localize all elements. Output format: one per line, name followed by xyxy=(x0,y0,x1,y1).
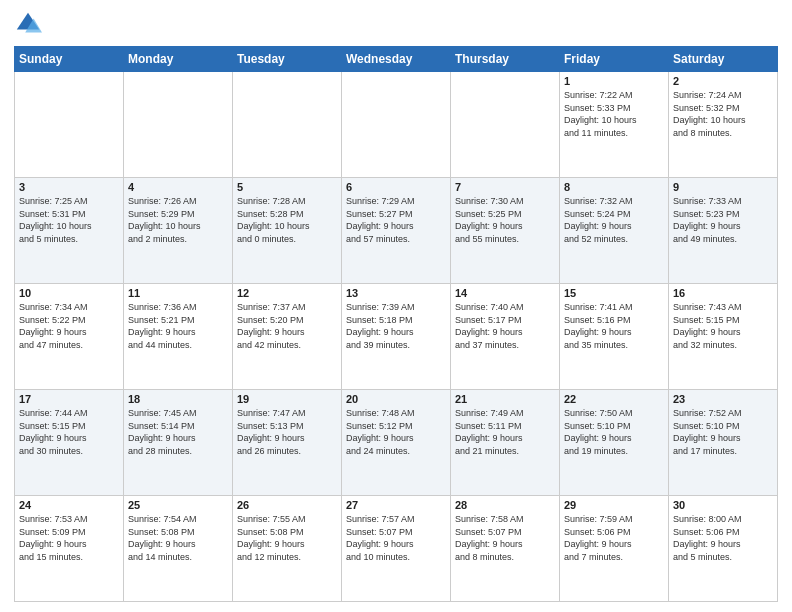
calendar-cell: 11Sunrise: 7:36 AM Sunset: 5:21 PM Dayli… xyxy=(124,284,233,390)
day-info: Sunrise: 7:53 AM Sunset: 5:09 PM Dayligh… xyxy=(19,513,119,563)
day-number: 12 xyxy=(237,287,337,299)
calendar-cell xyxy=(124,72,233,178)
day-number: 11 xyxy=(128,287,228,299)
day-number: 1 xyxy=(564,75,664,87)
calendar-cell: 30Sunrise: 8:00 AM Sunset: 5:06 PM Dayli… xyxy=(669,496,778,602)
page: SundayMondayTuesdayWednesdayThursdayFrid… xyxy=(0,0,792,612)
calendar-cell: 23Sunrise: 7:52 AM Sunset: 5:10 PM Dayli… xyxy=(669,390,778,496)
calendar-cell xyxy=(342,72,451,178)
calendar-cell: 1Sunrise: 7:22 AM Sunset: 5:33 PM Daylig… xyxy=(560,72,669,178)
day-info: Sunrise: 7:30 AM Sunset: 5:25 PM Dayligh… xyxy=(455,195,555,245)
calendar-cell: 20Sunrise: 7:48 AM Sunset: 5:12 PM Dayli… xyxy=(342,390,451,496)
calendar-header-thursday: Thursday xyxy=(451,47,560,72)
calendar-cell: 2Sunrise: 7:24 AM Sunset: 5:32 PM Daylig… xyxy=(669,72,778,178)
day-info: Sunrise: 7:33 AM Sunset: 5:23 PM Dayligh… xyxy=(673,195,773,245)
calendar-cell: 28Sunrise: 7:58 AM Sunset: 5:07 PM Dayli… xyxy=(451,496,560,602)
day-number: 28 xyxy=(455,499,555,511)
calendar-cell: 5Sunrise: 7:28 AM Sunset: 5:28 PM Daylig… xyxy=(233,178,342,284)
day-number: 3 xyxy=(19,181,119,193)
calendar-cell: 13Sunrise: 7:39 AM Sunset: 5:18 PM Dayli… xyxy=(342,284,451,390)
calendar-cell xyxy=(15,72,124,178)
day-number: 10 xyxy=(19,287,119,299)
day-info: Sunrise: 7:29 AM Sunset: 5:27 PM Dayligh… xyxy=(346,195,446,245)
day-info: Sunrise: 7:22 AM Sunset: 5:33 PM Dayligh… xyxy=(564,89,664,139)
calendar-header-wednesday: Wednesday xyxy=(342,47,451,72)
day-info: Sunrise: 7:34 AM Sunset: 5:22 PM Dayligh… xyxy=(19,301,119,351)
day-info: Sunrise: 7:45 AM Sunset: 5:14 PM Dayligh… xyxy=(128,407,228,457)
day-number: 5 xyxy=(237,181,337,193)
day-number: 20 xyxy=(346,393,446,405)
day-info: Sunrise: 7:32 AM Sunset: 5:24 PM Dayligh… xyxy=(564,195,664,245)
calendar-cell xyxy=(451,72,560,178)
day-number: 30 xyxy=(673,499,773,511)
calendar-cell: 29Sunrise: 7:59 AM Sunset: 5:06 PM Dayli… xyxy=(560,496,669,602)
day-number: 24 xyxy=(19,499,119,511)
day-number: 15 xyxy=(564,287,664,299)
day-number: 21 xyxy=(455,393,555,405)
calendar-week-2: 10Sunrise: 7:34 AM Sunset: 5:22 PM Dayli… xyxy=(15,284,778,390)
day-info: Sunrise: 7:26 AM Sunset: 5:29 PM Dayligh… xyxy=(128,195,228,245)
calendar-cell: 25Sunrise: 7:54 AM Sunset: 5:08 PM Dayli… xyxy=(124,496,233,602)
calendar-header-row: SundayMondayTuesdayWednesdayThursdayFrid… xyxy=(15,47,778,72)
day-number: 8 xyxy=(564,181,664,193)
day-info: Sunrise: 7:36 AM Sunset: 5:21 PM Dayligh… xyxy=(128,301,228,351)
calendar-cell: 16Sunrise: 7:43 AM Sunset: 5:15 PM Dayli… xyxy=(669,284,778,390)
day-number: 14 xyxy=(455,287,555,299)
day-info: Sunrise: 7:54 AM Sunset: 5:08 PM Dayligh… xyxy=(128,513,228,563)
day-number: 27 xyxy=(346,499,446,511)
day-number: 6 xyxy=(346,181,446,193)
calendar-week-4: 24Sunrise: 7:53 AM Sunset: 5:09 PM Dayli… xyxy=(15,496,778,602)
calendar-cell: 12Sunrise: 7:37 AM Sunset: 5:20 PM Dayli… xyxy=(233,284,342,390)
calendar-cell: 19Sunrise: 7:47 AM Sunset: 5:13 PM Dayli… xyxy=(233,390,342,496)
calendar-cell: 18Sunrise: 7:45 AM Sunset: 5:14 PM Dayli… xyxy=(124,390,233,496)
calendar-cell: 7Sunrise: 7:30 AM Sunset: 5:25 PM Daylig… xyxy=(451,178,560,284)
day-number: 19 xyxy=(237,393,337,405)
day-info: Sunrise: 7:39 AM Sunset: 5:18 PM Dayligh… xyxy=(346,301,446,351)
calendar-cell: 9Sunrise: 7:33 AM Sunset: 5:23 PM Daylig… xyxy=(669,178,778,284)
day-number: 4 xyxy=(128,181,228,193)
day-info: Sunrise: 7:44 AM Sunset: 5:15 PM Dayligh… xyxy=(19,407,119,457)
day-number: 13 xyxy=(346,287,446,299)
day-info: Sunrise: 7:41 AM Sunset: 5:16 PM Dayligh… xyxy=(564,301,664,351)
calendar-table: SundayMondayTuesdayWednesdayThursdayFrid… xyxy=(14,46,778,602)
calendar-header-monday: Monday xyxy=(124,47,233,72)
calendar-header-friday: Friday xyxy=(560,47,669,72)
day-info: Sunrise: 7:43 AM Sunset: 5:15 PM Dayligh… xyxy=(673,301,773,351)
calendar-header-saturday: Saturday xyxy=(669,47,778,72)
calendar-week-3: 17Sunrise: 7:44 AM Sunset: 5:15 PM Dayli… xyxy=(15,390,778,496)
day-info: Sunrise: 7:55 AM Sunset: 5:08 PM Dayligh… xyxy=(237,513,337,563)
day-info: Sunrise: 8:00 AM Sunset: 5:06 PM Dayligh… xyxy=(673,513,773,563)
day-info: Sunrise: 7:24 AM Sunset: 5:32 PM Dayligh… xyxy=(673,89,773,139)
calendar-cell: 3Sunrise: 7:25 AM Sunset: 5:31 PM Daylig… xyxy=(15,178,124,284)
calendar-week-1: 3Sunrise: 7:25 AM Sunset: 5:31 PM Daylig… xyxy=(15,178,778,284)
day-info: Sunrise: 7:47 AM Sunset: 5:13 PM Dayligh… xyxy=(237,407,337,457)
calendar-cell: 14Sunrise: 7:40 AM Sunset: 5:17 PM Dayli… xyxy=(451,284,560,390)
calendar-header-tuesday: Tuesday xyxy=(233,47,342,72)
calendar-cell: 27Sunrise: 7:57 AM Sunset: 5:07 PM Dayli… xyxy=(342,496,451,602)
day-number: 2 xyxy=(673,75,773,87)
day-number: 9 xyxy=(673,181,773,193)
day-info: Sunrise: 7:57 AM Sunset: 5:07 PM Dayligh… xyxy=(346,513,446,563)
day-number: 29 xyxy=(564,499,664,511)
day-number: 18 xyxy=(128,393,228,405)
day-info: Sunrise: 7:48 AM Sunset: 5:12 PM Dayligh… xyxy=(346,407,446,457)
day-info: Sunrise: 7:25 AM Sunset: 5:31 PM Dayligh… xyxy=(19,195,119,245)
calendar-cell: 17Sunrise: 7:44 AM Sunset: 5:15 PM Dayli… xyxy=(15,390,124,496)
day-number: 7 xyxy=(455,181,555,193)
day-info: Sunrise: 7:50 AM Sunset: 5:10 PM Dayligh… xyxy=(564,407,664,457)
day-info: Sunrise: 7:37 AM Sunset: 5:20 PM Dayligh… xyxy=(237,301,337,351)
header xyxy=(14,10,778,38)
calendar-cell: 6Sunrise: 7:29 AM Sunset: 5:27 PM Daylig… xyxy=(342,178,451,284)
calendar-cell: 4Sunrise: 7:26 AM Sunset: 5:29 PM Daylig… xyxy=(124,178,233,284)
calendar-week-0: 1Sunrise: 7:22 AM Sunset: 5:33 PM Daylig… xyxy=(15,72,778,178)
day-info: Sunrise: 7:28 AM Sunset: 5:28 PM Dayligh… xyxy=(237,195,337,245)
logo-icon xyxy=(14,10,42,38)
calendar-cell: 26Sunrise: 7:55 AM Sunset: 5:08 PM Dayli… xyxy=(233,496,342,602)
calendar-cell: 15Sunrise: 7:41 AM Sunset: 5:16 PM Dayli… xyxy=(560,284,669,390)
day-info: Sunrise: 7:49 AM Sunset: 5:11 PM Dayligh… xyxy=(455,407,555,457)
day-info: Sunrise: 7:52 AM Sunset: 5:10 PM Dayligh… xyxy=(673,407,773,457)
calendar-cell xyxy=(233,72,342,178)
day-number: 25 xyxy=(128,499,228,511)
day-info: Sunrise: 7:59 AM Sunset: 5:06 PM Dayligh… xyxy=(564,513,664,563)
calendar-cell: 21Sunrise: 7:49 AM Sunset: 5:11 PM Dayli… xyxy=(451,390,560,496)
